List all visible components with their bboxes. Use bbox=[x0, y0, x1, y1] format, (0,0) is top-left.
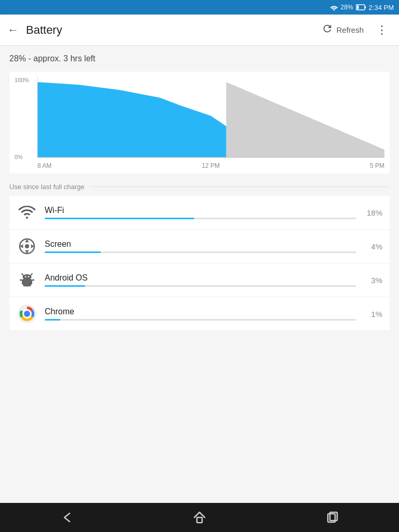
wifi-name: Wi-Fi bbox=[45, 206, 356, 215]
svg-rect-21 bbox=[32, 280, 34, 281]
status-icons: 28% 2:34 PM bbox=[330, 4, 394, 11]
svg-point-17 bbox=[28, 276, 30, 277]
y-label-0: 0% bbox=[15, 154, 29, 160]
home-nav-icon bbox=[192, 510, 207, 525]
chrome-name: Chrome bbox=[45, 307, 356, 316]
more-options-button[interactable]: ⋮ bbox=[372, 21, 392, 39]
chrome-svg bbox=[18, 304, 36, 323]
svg-rect-25 bbox=[197, 517, 202, 523]
home-nav-button[interactable] bbox=[184, 507, 215, 528]
svg-point-15 bbox=[23, 274, 32, 280]
app-bar: ← Battery Refresh ⋮ bbox=[0, 15, 399, 46]
svg-marker-4 bbox=[37, 82, 226, 157]
svg-rect-1 bbox=[365, 6, 366, 8]
chrome-usage-info: Chrome bbox=[45, 307, 356, 321]
usage-list: Wi-Fi 18% Screen bbox=[9, 196, 390, 331]
screen-name: Screen bbox=[45, 240, 356, 249]
svg-point-8 bbox=[25, 244, 29, 248]
chart-wrapper: 100% 0% bbox=[15, 77, 384, 160]
usage-item-chrome[interactable]: Chrome 1% bbox=[9, 297, 390, 331]
screen-icon bbox=[17, 236, 37, 257]
wifi-bar-bg bbox=[45, 218, 356, 219]
svg-rect-18 bbox=[23, 284, 25, 287]
x-label-12pm: 12 PM bbox=[202, 162, 220, 169]
svg-point-16 bbox=[25, 276, 26, 277]
y-axis-labels: 100% 0% bbox=[15, 77, 29, 160]
svg-rect-10 bbox=[22, 280, 32, 285]
back-nav-button[interactable] bbox=[51, 507, 82, 528]
section-header-label: Use since last full charge bbox=[9, 183, 85, 191]
screen-usage-info: Screen bbox=[45, 240, 356, 253]
wifi-icon bbox=[17, 202, 37, 223]
svg-rect-19 bbox=[29, 284, 31, 287]
wifi-status-icon bbox=[330, 4, 338, 11]
android-usage-info: Android OS bbox=[45, 273, 356, 287]
android-name: Android OS bbox=[45, 273, 356, 283]
chrome-bar-bg bbox=[45, 319, 356, 321]
usage-item-android[interactable]: Android OS 3% bbox=[9, 263, 390, 297]
status-bar: 28% 2:34 PM bbox=[0, 0, 399, 15]
wifi-percent: 18% bbox=[364, 208, 382, 217]
y-label-100: 100% bbox=[15, 77, 29, 83]
screen-bar-bg bbox=[45, 251, 356, 253]
x-label-5pm: 5 PM bbox=[370, 162, 384, 169]
main-content: 28% - approx. 3 hrs left 100% 0% 8 AM 12… bbox=[0, 46, 399, 331]
page-title: Battery bbox=[26, 23, 317, 37]
android-icon bbox=[17, 270, 37, 290]
svg-marker-3 bbox=[226, 82, 384, 157]
app-bar-actions: Refresh ⋮ bbox=[317, 20, 392, 40]
chrome-bar-fill bbox=[45, 319, 60, 321]
chrome-icon bbox=[17, 303, 37, 324]
screen-percent: 4% bbox=[364, 242, 382, 251]
wifi-usage-info: Wi-Fi bbox=[45, 206, 356, 219]
svg-point-14 bbox=[31, 273, 33, 275]
android-bar-bg bbox=[45, 285, 356, 287]
nav-bar bbox=[0, 503, 399, 532]
refresh-icon bbox=[322, 23, 333, 37]
chrome-percent: 1% bbox=[364, 310, 382, 318]
back-button[interactable]: ← bbox=[7, 23, 19, 37]
svg-rect-2 bbox=[356, 6, 358, 9]
wifi-bar-fill bbox=[45, 218, 194, 219]
battery-percentage-status: 28% bbox=[341, 4, 353, 11]
battery-status-text: 28% - approx. 3 hrs left bbox=[9, 54, 390, 63]
battery-chart-container: 100% 0% 8 AM 12 PM 5 PM bbox=[9, 72, 390, 174]
android-percent: 3% bbox=[364, 276, 382, 285]
usage-item-wifi[interactable]: Wi-Fi 18% bbox=[9, 196, 390, 230]
svg-point-24 bbox=[24, 311, 30, 317]
refresh-button[interactable]: Refresh bbox=[317, 20, 368, 40]
usage-item-screen[interactable]: Screen 4% bbox=[9, 230, 390, 263]
android-bar-fill bbox=[45, 285, 85, 287]
x-label-8am: 8 AM bbox=[37, 162, 51, 169]
battery-usage-chart bbox=[37, 77, 384, 160]
screen-bar-fill bbox=[45, 251, 101, 253]
refresh-svg-icon bbox=[322, 23, 333, 34]
refresh-label: Refresh bbox=[336, 25, 364, 34]
recents-nav-button[interactable] bbox=[317, 507, 348, 528]
time-status: 2:34 PM bbox=[369, 4, 394, 11]
x-axis-labels: 8 AM 12 PM 5 PM bbox=[15, 162, 384, 169]
battery-icon-status bbox=[356, 4, 366, 10]
recents-nav-icon bbox=[325, 510, 340, 525]
svg-point-12 bbox=[21, 273, 23, 275]
back-nav-icon bbox=[59, 510, 74, 525]
svg-rect-20 bbox=[20, 280, 22, 281]
section-header: Use since last full charge bbox=[9, 183, 390, 191]
